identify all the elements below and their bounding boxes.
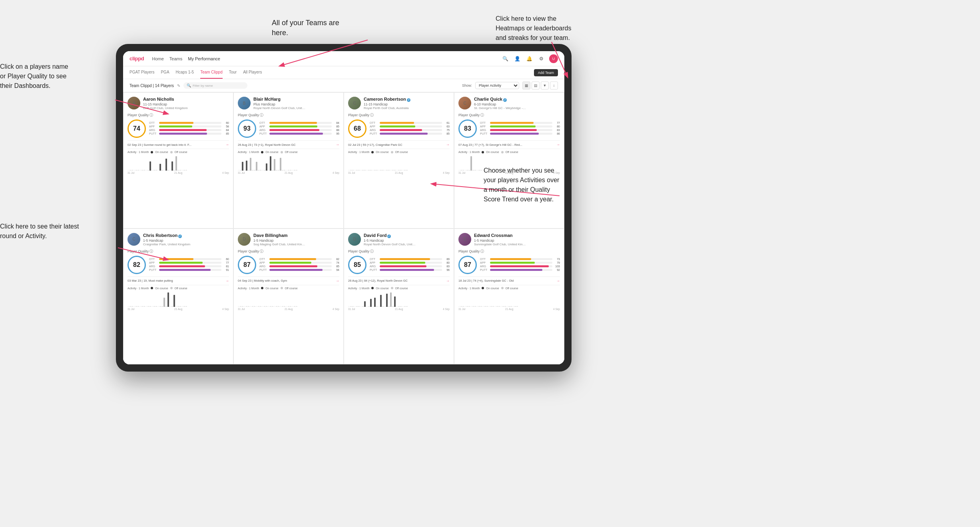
add-team-button[interactable]: Add Team (534, 69, 558, 76)
player-name[interactable]: Charlie Quick✓ (474, 97, 526, 102)
player-card[interactable]: C Cameron Robertson✓ 11-15 Handicap Roya… (344, 92, 454, 229)
chart-bar (464, 306, 466, 307)
stat-value-putt: 91 (223, 268, 229, 271)
chart-bar (147, 306, 149, 307)
latest-round[interactable]: 26 Aug 23 | 84 (+12), Royal North Devon … (348, 276, 450, 283)
player-name[interactable]: Cameron Robertson✓ (364, 97, 410, 102)
chart-bar (386, 294, 388, 307)
filter-icon[interactable]: ▼ (541, 82, 549, 89)
chart-bar (153, 306, 155, 307)
tab-team-clippd[interactable]: Team Clippd (200, 66, 223, 79)
chart-bar (406, 170, 408, 171)
latest-round[interactable]: 07 Aug 23 | 77 (+7), St George's Hill GC… (458, 140, 560, 147)
bell-icon[interactable]: 🔔 (525, 55, 533, 63)
player-name[interactable]: Aaron Nicholls (143, 97, 188, 102)
tab-all-players[interactable]: All Players (243, 66, 262, 79)
latest-round[interactable]: 26 Aug 23 | 73 (+1), Royal North Devon G… (238, 140, 339, 147)
stat-label-putt: PUTT (480, 132, 489, 135)
chart-bar (386, 170, 388, 171)
chart-bar (133, 170, 135, 171)
chart-bar (370, 170, 372, 171)
settings-icon[interactable]: ⚙ (537, 55, 545, 63)
on-course-label: On course (265, 151, 278, 153)
chart-bar (169, 170, 171, 171)
chart-bar (264, 306, 265, 307)
player-card[interactable]: D Dave Billingham 1-5 Handicap Sog Magii… (233, 229, 344, 365)
chart-bar (276, 306, 277, 307)
chart-bar (350, 170, 352, 171)
player-handicap: 6-10 Handicap (474, 102, 526, 106)
chart-bar (137, 170, 139, 171)
chart-area (127, 291, 229, 307)
player-name[interactable]: Chris Robertson✓ (143, 233, 190, 238)
stat-value-ott: 60 (223, 258, 229, 261)
grid-view-icon[interactable]: ▦ (522, 82, 530, 89)
player-card[interactable]: A Aaron Nicholls 11-15 Handicap Drift Go… (123, 92, 233, 229)
latest-round[interactable]: 03 Mar 23 | 19, Must make putting → (127, 276, 229, 283)
tab-hcaps[interactable]: Hcaps 1-5 (176, 66, 194, 79)
player-card[interactable]: D David Ford✓ 1-5 Handicap Royal North D… (344, 229, 454, 365)
latest-round[interactable]: 02 Sep 23 | Sunrise round to get back in… (127, 140, 229, 147)
profile-icon[interactable]: 👤 (513, 55, 521, 63)
player-club: Royal North Devon Golf Club, United Kii.… (364, 243, 416, 246)
stat-bar-app (269, 262, 311, 264)
latest-round[interactable]: 04 Sep 23 | Mobility with coach, Gym → (238, 276, 339, 283)
nav-link-teams[interactable]: Teams (169, 56, 182, 61)
tab-tour[interactable]: Tour (229, 66, 237, 79)
chart-bar (516, 306, 518, 307)
player-card[interactable]: B Blair McHarg Plus Handicap Royal North… (233, 92, 344, 229)
latest-round[interactable]: 18 Jul 23 | 74 (+4), Sunningdale GC - Ol… (458, 276, 560, 283)
tab-pga[interactable]: PGA (161, 66, 169, 79)
nav-icons: 🔍 👤 🔔 ⚙ U (501, 54, 558, 63)
quality-circle[interactable]: 83 (458, 119, 477, 138)
stat-row-ott: OTT 60 (149, 258, 229, 261)
quality-circle[interactable]: 87 (238, 256, 256, 274)
verified-badge: ✓ (178, 235, 182, 238)
player-name[interactable]: David Ford✓ (364, 233, 416, 238)
stat-bar-bg-putt (380, 269, 442, 271)
quality-circle[interactable]: 93 (238, 119, 256, 138)
off-course-dot (501, 151, 504, 153)
player-name[interactable]: Dave Billingham (253, 233, 305, 238)
search-input-wrap[interactable]: 🔍 Filter by name (183, 82, 247, 89)
player-card[interactable]: E Edward Crossman 1-5 Handicap Sunningda… (454, 229, 564, 365)
latest-round[interactable]: 02 Jul 23 | 59 (+17), Craigmillar Park G… (348, 140, 450, 147)
sort-icon[interactable]: ↕ (550, 82, 558, 89)
stat-row-arg: ARG 85 (259, 265, 339, 268)
chart-bar (171, 161, 173, 171)
quality-circle[interactable]: 85 (348, 256, 367, 274)
chart-bar (392, 170, 394, 171)
edit-icon[interactable]: ✎ (177, 84, 180, 88)
user-avatar[interactable]: U (549, 54, 558, 63)
quality-circle[interactable]: 82 (127, 256, 146, 274)
search-icon[interactable]: 🔍 (501, 55, 509, 63)
player-avatar: C (458, 97, 471, 109)
stat-row-ott: OTT 82 (259, 258, 339, 261)
tab-pgat-players[interactable]: PGAT Players (129, 66, 154, 79)
player-card[interactable]: C Charlie Quick✓ 6-10 Handicap St. Georg… (454, 92, 564, 229)
show-select[interactable]: Player Activity Quality Score Trend (475, 82, 519, 89)
activity-header: Activity · 1 Month On course Off course (458, 151, 560, 153)
quality-circle[interactable]: 87 (458, 256, 477, 274)
quality-circle[interactable]: 68 (348, 119, 367, 138)
stat-bar-bg-app (490, 262, 552, 264)
chart-bar (376, 170, 378, 171)
player-card[interactable]: C Chris Robertson✓ 1-5 Handicap Craigmil… (123, 229, 233, 365)
stat-bar-bg-ott (269, 258, 332, 260)
on-course-dot (371, 287, 374, 289)
chart-bar (264, 170, 265, 171)
activity-label: Activity · 1 Month (348, 151, 369, 153)
quality-circle[interactable]: 74 (127, 119, 146, 138)
player-name[interactable]: Blair McHarg (253, 97, 305, 102)
stat-bar-ott (380, 258, 430, 260)
latest-round-arrow: → (446, 279, 450, 283)
nav-link-performance[interactable]: My Performance (188, 56, 220, 61)
nav-link-home[interactable]: Home (152, 56, 163, 61)
stat-bar-ott (159, 258, 193, 260)
chart-bar (157, 306, 159, 307)
activity-section: Activity · 1 Month On course Off course … (238, 285, 339, 310)
list-view-icon[interactable]: ▤ (532, 82, 540, 89)
stat-bar-arg (490, 265, 549, 267)
player-name[interactable]: Edward Crossman (474, 233, 526, 238)
quality-section: 68 OTT 61 APP 63 ARG 75 PUT (348, 119, 450, 138)
